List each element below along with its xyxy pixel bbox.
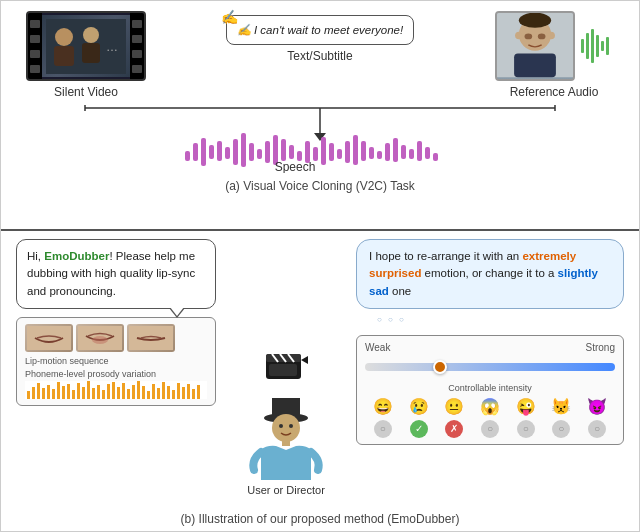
- svg-rect-76: [97, 385, 100, 399]
- svg-rect-42: [321, 137, 326, 165]
- check-5[interactable]: ○: [517, 420, 535, 438]
- svg-rect-4: [82, 43, 100, 63]
- svg-rect-74: [87, 381, 90, 399]
- svg-rect-43: [329, 143, 334, 161]
- video-inner: …: [42, 15, 130, 77]
- svg-point-13: [537, 34, 545, 40]
- svg-rect-47: [361, 141, 366, 161]
- svg-point-9: [515, 32, 523, 40]
- svg-rect-52: [401, 145, 406, 159]
- svg-rect-16: [591, 29, 594, 63]
- svg-rect-15: [586, 33, 589, 59]
- emoji-devil: 😈: [587, 397, 607, 416]
- prosody-label: Phoneme-level prosody variation: [25, 369, 207, 379]
- reference-audio-label: Reference Audio: [510, 85, 599, 99]
- film-hole: [30, 50, 40, 58]
- waveform-area: [25, 381, 207, 399]
- lip-svg-3: [129, 326, 173, 350]
- slider-thumb: [433, 360, 447, 374]
- audio-block: Reference Audio: [489, 11, 619, 99]
- video-block: … Silent Video: [21, 11, 151, 99]
- svg-rect-14: [581, 39, 584, 53]
- svg-rect-80: [117, 387, 120, 399]
- subtitle-bubble: ✍️ I can't wait to meet everyone!: [226, 15, 414, 45]
- checkmark-row: ○ ✓ ✗ ○ ○ ○ ○: [365, 420, 615, 438]
- svg-rect-58: [27, 326, 71, 350]
- check-1[interactable]: ○: [374, 420, 392, 438]
- top-row: … Silent Video ✍️ I can't wait to: [21, 11, 619, 99]
- film-hole: [132, 50, 142, 58]
- svg-rect-70: [67, 384, 70, 399]
- svg-rect-33: [249, 143, 254, 161]
- user-speech-bubble: Hi, EmoDubber! Please help me dubbing wi…: [16, 239, 216, 309]
- check-6[interactable]: ○: [552, 420, 570, 438]
- emoji-neutral: 😐: [444, 397, 464, 416]
- svg-rect-93: [182, 387, 185, 399]
- svg-rect-78: [107, 384, 110, 399]
- right-panel: I hope to re-arrange it with an extremel…: [356, 239, 624, 506]
- check-7[interactable]: ○: [588, 420, 606, 438]
- svg-rect-30: [225, 147, 230, 159]
- svg-rect-81: [122, 383, 125, 399]
- svg-rect-37: [281, 139, 286, 161]
- thought-bubble: I hope to re-arrange it with an extremel…: [356, 239, 624, 309]
- emoji-surprised: 😱: [480, 397, 500, 416]
- svg-rect-96: [197, 385, 200, 399]
- surprised-highlight: extremely surprised: [369, 250, 576, 279]
- svg-rect-75: [92, 388, 95, 399]
- svg-rect-72: [77, 383, 80, 399]
- svg-rect-50: [385, 143, 390, 161]
- svg-rect-69: [62, 386, 65, 399]
- intensity-header: Weak Strong: [365, 342, 615, 353]
- svg-rect-73: [82, 387, 85, 399]
- person-photo: [495, 11, 575, 81]
- svg-rect-49: [377, 151, 382, 159]
- strong-label: Strong: [586, 342, 615, 353]
- svg-rect-66: [47, 385, 50, 399]
- svg-rect-26: [193, 143, 198, 161]
- center-panel: User or Director: [226, 239, 346, 506]
- person-svg: [497, 11, 573, 79]
- text-block: ✍️ I can't wait to meet everyone! Text/S…: [220, 11, 420, 63]
- svg-point-107: [279, 424, 283, 428]
- check-3[interactable]: ✗: [445, 420, 463, 438]
- top-section: … Silent Video ✍️ I can't wait to: [1, 1, 639, 231]
- film-strip-left: [28, 13, 42, 79]
- svg-rect-54: [417, 141, 422, 161]
- video-thumbnail: …: [26, 11, 146, 81]
- film-hole: [30, 35, 40, 43]
- svg-rect-64: [37, 383, 40, 399]
- director-svg: [246, 390, 326, 480]
- lip-svg-1: [27, 326, 71, 350]
- video-content-svg: …: [46, 19, 126, 74]
- svg-point-10: [547, 32, 555, 40]
- svg-rect-79: [112, 382, 115, 399]
- svg-rect-92: [177, 383, 180, 399]
- svg-rect-65: [42, 388, 45, 399]
- silent-video-label: Silent Video: [54, 85, 118, 99]
- svg-rect-88: [157, 388, 160, 399]
- film-hole: [132, 65, 142, 73]
- left-panel: Hi, EmoDubber! Please help me dubbing wi…: [16, 239, 216, 506]
- svg-rect-55: [425, 147, 430, 159]
- main-container: … Silent Video ✍️ I can't wait to: [0, 0, 640, 532]
- svg-rect-95: [192, 389, 195, 399]
- lip-motion-box: Lip-motion sequence Phoneme-level prosod…: [16, 317, 216, 406]
- top-caption: (a) Visual Voice Cloning (V2C) Task: [225, 179, 415, 193]
- film-hole: [30, 65, 40, 73]
- svg-point-8: [518, 13, 550, 28]
- svg-rect-71: [72, 390, 75, 399]
- check-4[interactable]: ○: [481, 420, 499, 438]
- svg-rect-53: [409, 149, 414, 159]
- svg-rect-85: [142, 386, 145, 399]
- svg-rect-31: [233, 139, 238, 165]
- svg-rect-35: [265, 141, 270, 163]
- svg-rect-89: [162, 382, 165, 399]
- subtitle-text: I can't wait to meet everyone!: [254, 24, 403, 36]
- intensity-slider[interactable]: [365, 357, 615, 377]
- text-subtitle-label: Text/Subtitle: [287, 49, 352, 63]
- svg-rect-44: [337, 149, 342, 159]
- check-2[interactable]: ✓: [410, 420, 428, 438]
- film-hole: [132, 35, 142, 43]
- svg-point-12: [524, 34, 532, 40]
